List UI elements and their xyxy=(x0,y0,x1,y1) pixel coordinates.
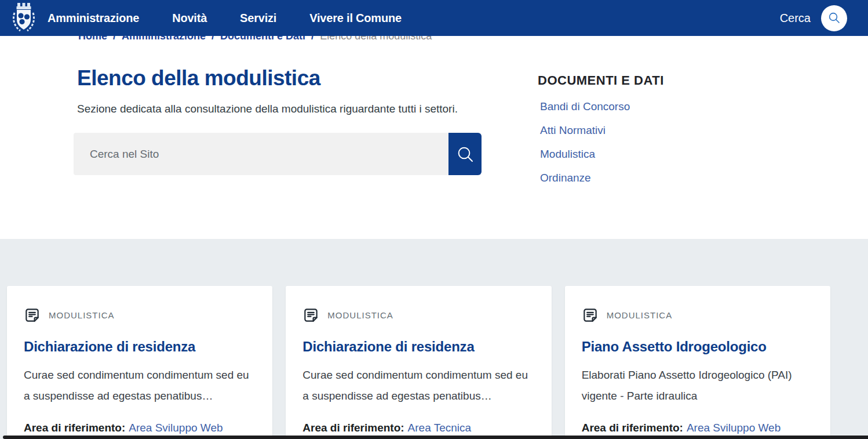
card-description: Curae sed condimentum condimentum sed eu… xyxy=(24,365,255,407)
site-search-input[interactable] xyxy=(74,133,448,175)
nav-item-novita[interactable]: Novità xyxy=(172,12,207,25)
card-area-label: Area di riferimento: xyxy=(302,422,404,434)
page-title: Elenco della modulistica xyxy=(77,66,320,90)
card-category: MODULISTICA xyxy=(607,310,673,320)
search-icon xyxy=(456,145,475,164)
card-title-link[interactable]: Dichiarazione di residenza xyxy=(24,339,255,355)
nav-item-servizi[interactable]: Servizi xyxy=(240,12,276,25)
note-icon xyxy=(302,307,319,324)
sidebar-link-bandi-di-concorso[interactable]: Bandi di Concorso xyxy=(540,100,712,113)
card-area-link[interactable]: Area Sviluppo Web xyxy=(687,422,781,434)
card-area-link[interactable]: Area Tecnica xyxy=(408,422,472,434)
results-section: MODULISTICA Dichiarazione di residenza C… xyxy=(0,239,868,439)
card-area-link[interactable]: Area Sviluppo Web xyxy=(129,422,223,434)
site-search-submit-button[interactable] xyxy=(448,133,482,175)
documents-sidebar: DOCUMENTI E DATI Bandi di Concorso Atti … xyxy=(538,73,712,195)
sidebar-link-ordinanze[interactable]: Ordinanze xyxy=(540,172,712,184)
card-description: Curae sed condimentum condimentum sed eu… xyxy=(302,365,534,407)
municipal-coat-of-arms-logo[interactable] xyxy=(10,2,37,34)
card-title-link[interactable]: Piano Assetto Idrogeologico xyxy=(582,339,813,355)
nav-item-amministrazione[interactable]: Amministrazione xyxy=(48,12,139,25)
card-area-label: Area di riferimento: xyxy=(582,422,683,434)
nav-item-vivere-il-comune[interactable]: Vivere il Comune xyxy=(309,12,402,25)
navbar-search-area: Cerca xyxy=(780,5,847,31)
note-icon xyxy=(582,307,599,324)
card-description: Elaborati Piano Assetto Idrogeologico (P… xyxy=(582,365,813,407)
modulistica-card: MODULISTICA Dichiarazione di residenza C… xyxy=(286,286,551,439)
card-title-link[interactable]: Dichiarazione di residenza xyxy=(302,339,534,355)
navbar-search-label[interactable]: Cerca xyxy=(780,12,811,25)
site-search-form xyxy=(74,133,482,175)
modulistica-card: MODULISTICA Dichiarazione di residenza C… xyxy=(7,286,272,439)
card-category: MODULISTICA xyxy=(49,310,115,320)
sidebar-link-atti-normativi[interactable]: Atti Normativi xyxy=(540,124,712,137)
card-area-label: Area di riferimento: xyxy=(24,422,125,434)
navbar-search-button[interactable] xyxy=(821,5,847,31)
note-icon xyxy=(24,307,41,324)
sidebar-link-modulistica[interactable]: Modulistica xyxy=(540,148,712,161)
main-navigation: Amministrazione Novità Servizi Vivere il… xyxy=(48,12,402,25)
horizontal-scrollbar[interactable] xyxy=(3,436,868,439)
search-icon xyxy=(827,11,841,25)
top-navbar: Amministrazione Novità Servizi Vivere il… xyxy=(0,0,868,36)
cards-row: MODULISTICA Dichiarazione di residenza C… xyxy=(7,286,830,439)
card-category: MODULISTICA xyxy=(327,310,393,320)
sidebar-title: DOCUMENTI E DATI xyxy=(538,73,712,88)
modulistica-card: MODULISTICA Piano Assetto Idrogeologico … xyxy=(565,286,830,439)
page-subtitle: Sezione dedicata alla consultazione dell… xyxy=(77,103,458,115)
